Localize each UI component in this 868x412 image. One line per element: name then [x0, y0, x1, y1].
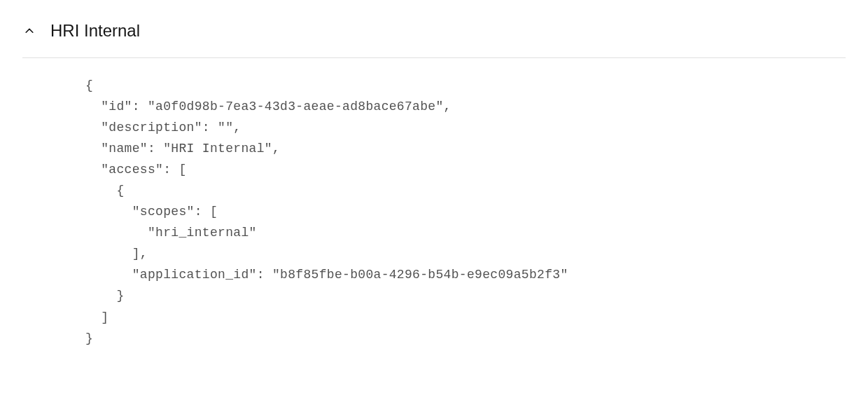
- chevron-up-icon: [24, 25, 35, 36]
- accordion-header[interactable]: HRI Internal: [22, 21, 846, 57]
- code-block: { "id": "a0f0d98b-7ea3-43d3-aeae-ad8bace…: [22, 58, 846, 349]
- panel-title: HRI Internal: [50, 21, 140, 41]
